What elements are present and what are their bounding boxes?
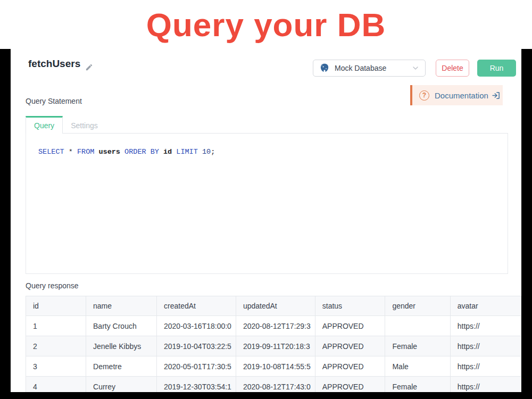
- documentation-banner[interactable]: ? Documentation: [410, 85, 503, 105]
- code-token: [73, 148, 77, 156]
- cell-updatedAt: 2019-10-08T14:55:5: [236, 356, 315, 377]
- stage-frame: fetchUsers Mock Database: [0, 49, 532, 399]
- code-token: [198, 148, 202, 156]
- column-header-createdAt: createdAt: [157, 296, 236, 316]
- cell-status: APPROVED: [315, 356, 385, 377]
- cell-name: Barty Crouch: [86, 316, 157, 336]
- cell-gender: Male: [385, 356, 450, 377]
- question-icon: ?: [419, 90, 429, 101]
- cell-id: 3: [26, 356, 86, 377]
- database-select-value: Mock Database: [335, 64, 411, 72]
- cell-avatar: https://: [450, 356, 521, 377]
- cell-id: 4: [26, 377, 86, 393]
- tab-bar: QuerySettings: [26, 116, 508, 134]
- column-header-avatar: avatar: [450, 296, 521, 316]
- table-row: 2Jenelle Kibbys2019-10-04T03:22:52019-09…: [26, 336, 521, 356]
- results-table: idnamecreatedAtupdatedAtstatusgenderavat…: [26, 296, 521, 392]
- code-token: SELECT: [38, 148, 64, 156]
- cell-avatar: https://: [450, 377, 521, 393]
- documentation-link[interactable]: Documentation: [435, 91, 488, 100]
- code-token: users: [98, 148, 120, 156]
- postgresql-icon: [319, 63, 330, 73]
- run-button[interactable]: Run: [477, 60, 516, 77]
- cell-id: 2: [26, 336, 86, 356]
- slide-title: Query your DB: [0, 0, 532, 49]
- sql-editor[interactable]: SELECT * FROM users ORDER BY id LIMIT 10…: [26, 134, 508, 274]
- cell-createdAt: 2020-05-01T17:30:5: [157, 356, 236, 377]
- table-row: 1Barty Crouch2020-03-16T18:00:02020-08-1…: [26, 316, 521, 336]
- cell-createdAt: 2020-03-16T18:00:0: [157, 316, 236, 336]
- cell-createdAt: 2019-12-30T03:54:1: [157, 377, 236, 393]
- cell-updatedAt: 2019-09-11T20:18:3: [236, 336, 315, 356]
- cell-name: Jenelle Kibbys: [86, 336, 157, 356]
- cell-id: 1: [26, 316, 86, 336]
- database-select[interactable]: Mock Database: [313, 60, 426, 77]
- cell-gender: [385, 316, 450, 336]
- header-row: idnamecreatedAtupdatedAtstatusgenderavat…: [26, 296, 521, 316]
- code-token: *: [69, 148, 73, 156]
- column-header-id: id: [26, 296, 86, 316]
- query-response-label: Query response: [26, 281, 79, 290]
- table-row: 3Demetre2020-05-01T17:30:52019-10-08T14:…: [26, 356, 521, 377]
- cell-updatedAt: 2020-08-12T17:43:0: [236, 377, 315, 393]
- query-app-panel: fetchUsers Mock Database: [11, 49, 521, 392]
- code-token: LIMIT: [176, 148, 198, 156]
- cell-avatar: https://: [450, 336, 521, 356]
- cell-createdAt: 2019-10-04T03:22:5: [157, 336, 236, 356]
- code-token: [159, 148, 163, 156]
- cell-status: APPROVED: [315, 316, 385, 336]
- cell-updatedAt: 2020-08-12T17:29:3: [236, 316, 315, 336]
- results-table-head: idnamecreatedAtupdatedAtstatusgenderavat…: [26, 296, 521, 316]
- column-header-status: status: [315, 296, 385, 316]
- results-table-body: 1Barty Crouch2020-03-16T18:00:02020-08-1…: [26, 316, 521, 393]
- column-header-updatedAt: updatedAt: [236, 296, 315, 316]
- edit-name-button[interactable]: [85, 63, 93, 72]
- code-token: ;: [211, 148, 215, 156]
- column-header-gender: gender: [385, 296, 450, 316]
- code-token: 10: [202, 148, 211, 156]
- code-token: [120, 148, 124, 156]
- column-header-name: name: [86, 296, 157, 316]
- cell-status: APPROVED: [315, 377, 385, 393]
- code-token: id: [163, 148, 172, 156]
- query-statement-label: Query Statement: [26, 97, 82, 105]
- cell-name: Currey: [86, 377, 157, 393]
- cell-avatar: https://: [450, 316, 521, 336]
- code-token: ORDER BY: [124, 148, 159, 156]
- chevron-down-icon: [411, 64, 420, 72]
- tab-query[interactable]: Query: [26, 116, 63, 134]
- external-link-icon: [492, 91, 501, 100]
- tab-settings[interactable]: Settings: [63, 116, 106, 133]
- cell-status: APPROVED: [315, 336, 385, 356]
- code-token: [64, 148, 69, 156]
- cell-name: Demetre: [86, 356, 157, 377]
- pencil-icon: [85, 65, 93, 73]
- cell-gender: Female: [385, 336, 450, 356]
- code-token: FROM: [77, 148, 94, 156]
- delete-button[interactable]: Delete: [436, 60, 469, 77]
- cell-gender: Female: [385, 377, 450, 393]
- code-line: SELECT * FROM users ORDER BY id LIMIT 10…: [26, 134, 508, 156]
- slide: Query your DB fetchUsers Mock Da: [0, 0, 532, 399]
- query-name: fetchUsers: [28, 58, 80, 70]
- table-row: 4Currey2019-12-30T03:54:12020-08-12T17:4…: [26, 377, 521, 393]
